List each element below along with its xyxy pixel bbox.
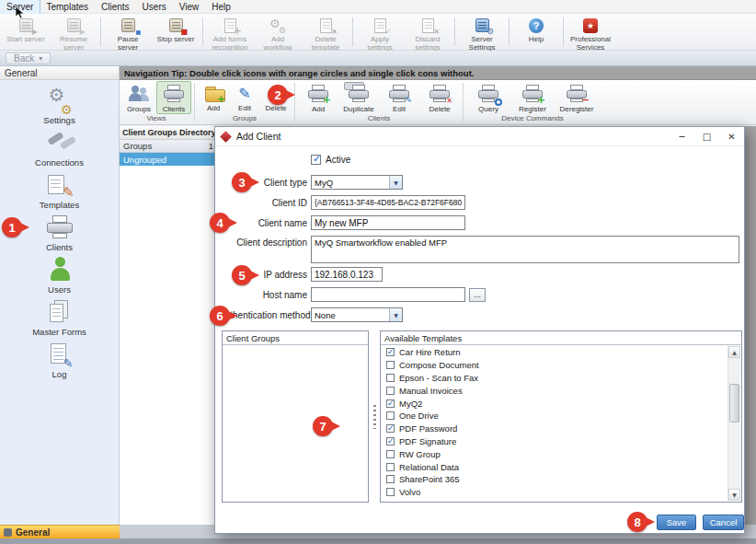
template-row[interactable]: Manual Invoices — [382, 384, 727, 397]
panel-splitter[interactable] — [370, 330, 379, 503]
device-query-button[interactable]: Query — [466, 81, 510, 114]
maximize-icon[interactable]: □ — [694, 127, 719, 145]
template-row[interactable]: SharePoint 365 — [382, 473, 727, 486]
template-checkbox[interactable] — [386, 374, 395, 382]
log-document-icon: ✎ — [46, 342, 74, 367]
device-deregister-button[interactable]: Deregister — [555, 81, 599, 114]
ip-address-input[interactable] — [311, 267, 383, 282]
template-checkbox[interactable] — [386, 475, 395, 483]
views-clients-button[interactable]: Clients — [156, 81, 191, 114]
start-server-button[interactable]: Start server — [2, 15, 50, 49]
resume-server-button[interactable]: Resume server — [50, 15, 97, 49]
back-label: Back — [14, 53, 34, 64]
client-id-input[interactable] — [311, 195, 465, 210]
sidebar-item-label: Users — [48, 284, 71, 295]
sidebar-item-users[interactable]: Users — [0, 255, 119, 297]
client-id-label: Client ID — [219, 198, 307, 208]
clients-add-button[interactable]: Add — [298, 81, 338, 114]
professional-services-button[interactable]: Professional Services — [567, 15, 614, 49]
template-checkbox[interactable] — [386, 387, 395, 395]
clients-duplicate-button[interactable]: Duplicate — [338, 81, 379, 114]
server-settings-button[interactable]: Server Settings — [458, 15, 506, 49]
scroll-down-icon[interactable] — [728, 489, 740, 501]
client-name-input[interactable] — [311, 215, 465, 230]
template-row[interactable]: One Drive — [382, 410, 727, 422]
template-row[interactable]: PDF Signature — [382, 435, 727, 448]
ribbon-group-label: Groups — [233, 114, 257, 123]
add-workflow-button[interactable]: Add workflow — [254, 15, 302, 49]
minimize-icon[interactable]: ─ — [670, 127, 694, 145]
templates-scrollbar[interactable] — [727, 346, 740, 501]
template-row[interactable]: Compose Document — [382, 359, 727, 372]
template-checkbox[interactable] — [386, 463, 395, 471]
template-checkbox[interactable] — [386, 348, 395, 356]
template-checkbox[interactable] — [386, 399, 395, 408]
sidebar-footer-general[interactable]: General — [0, 525, 120, 538]
device-query-icon — [477, 85, 499, 103]
callout-1: 1 — [2, 217, 22, 237]
sidebar-item-label: Clients — [46, 242, 73, 252]
add-forms-recognition-button[interactable]: Add forms recognition — [206, 15, 254, 49]
sidebar-item-templates[interactable]: ✎ Templates — [0, 170, 119, 213]
available-templates-panel: Available Templates Car Hire Return Comp… — [380, 330, 742, 503]
views-groups-button[interactable]: Groups — [121, 81, 156, 114]
template-row[interactable]: Car Hire Return — [382, 346, 727, 359]
help-button[interactable]: Help — [512, 15, 560, 49]
menu-view[interactable]: View — [173, 0, 206, 14]
template-checkbox[interactable] — [386, 437, 395, 446]
menu-help[interactable]: Help — [205, 0, 237, 14]
discard-settings-icon — [418, 17, 438, 34]
client-edit-icon: ✎ — [388, 85, 410, 103]
save-button[interactable]: Save — [657, 515, 696, 530]
pause-server-button[interactable]: Pause server — [104, 15, 152, 49]
template-checkbox[interactable] — [386, 411, 395, 420]
general-section-icon — [4, 528, 12, 537]
scroll-track[interactable] — [728, 358, 740, 489]
ribbon-separator — [294, 83, 295, 122]
panel-title: Client Groups Directory — [120, 126, 217, 140]
scroll-thumb[interactable] — [729, 384, 739, 422]
group-item-ungrouped[interactable]: Ungrouped — [120, 153, 217, 166]
template-row[interactable]: MyQ2 — [382, 397, 727, 410]
host-name-row: Host name ... — [219, 287, 486, 302]
template-row[interactable]: RW Group — [382, 447, 727, 460]
sidebar-item-log[interactable]: ✎ Log — [0, 340, 119, 382]
groups-add-button[interactable]: Add — [198, 81, 229, 114]
scroll-up-icon[interactable] — [728, 346, 740, 358]
host-name-browse-button[interactable]: ... — [469, 288, 486, 302]
template-checkbox[interactable] — [386, 488, 395, 496]
discard-settings-button[interactable]: Discard settings — [404, 15, 452, 49]
device-register-button[interactable]: Register — [510, 81, 555, 114]
clients-delete-button[interactable]: Delete — [419, 81, 460, 114]
delete-template-button[interactable]: Delete template — [302, 15, 349, 49]
host-name-input[interactable] — [311, 287, 465, 302]
client-type-dropdown[interactable]: MyQ — [311, 175, 403, 190]
template-checkbox[interactable] — [386, 450, 395, 458]
client-description-input[interactable]: MyQ Smartworkflow enabled MFP — [311, 236, 739, 263]
server-settings-label: Server Settings — [461, 35, 503, 52]
apply-settings-button[interactable]: Apply settings — [356, 15, 404, 49]
auth-method-dropdown[interactable]: None — [311, 307, 403, 322]
dialog-titlebar[interactable]: Add Client ─ □ ✕ — [215, 127, 744, 146]
close-icon[interactable]: ✕ — [719, 127, 744, 145]
menu-templates[interactable]: Templates — [40, 0, 95, 14]
groups-list-header[interactable]: Groups 1 — [120, 140, 217, 153]
back-button[interactable]: Back — [6, 52, 51, 64]
sidebar-item-label: Connections — [35, 157, 84, 168]
sidebar-item-master-forms[interactable]: Master Forms — [0, 297, 119, 340]
menu-users[interactable]: Users — [136, 0, 173, 14]
sidebar-item-settings[interactable]: ⚙⚙ Settings — [0, 86, 119, 128]
template-checkbox[interactable] — [386, 424, 395, 433]
template-row[interactable]: PDF Password — [382, 422, 727, 435]
clients-edit-button[interactable]: ✎ Edit — [379, 81, 419, 114]
active-checkbox[interactable] — [311, 155, 321, 165]
template-checkbox[interactable] — [386, 361, 395, 369]
template-row[interactable]: Relational Data — [382, 460, 727, 473]
stop-server-button[interactable]: Stop server — [152, 15, 200, 49]
cancel-button[interactable]: Cancel — [703, 515, 744, 530]
template-row[interactable]: Volvo — [382, 486, 727, 499]
groups-edit-button[interactable]: ✎ Edit — [229, 81, 260, 114]
menu-clients[interactable]: Clients — [95, 0, 136, 14]
template-row[interactable]: Epson - Scan to Fax — [382, 372, 727, 385]
sidebar-item-connections[interactable]: Connections — [0, 128, 119, 170]
